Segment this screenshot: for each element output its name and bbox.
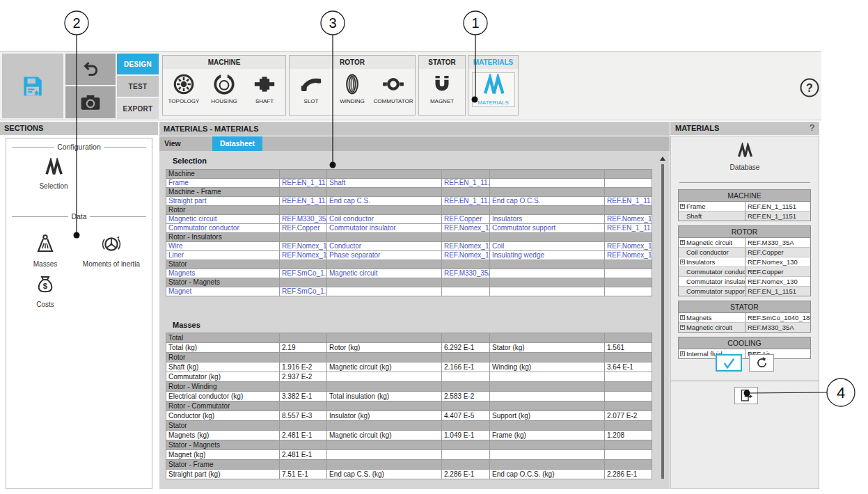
cell[interactable]: Commutator insulator xyxy=(327,224,442,233)
cell[interactable]: REF.Nomex_1... xyxy=(280,242,327,251)
cell[interactable]: REF.EN_1_11... xyxy=(280,179,327,188)
export-mode-button[interactable]: EXPORT xyxy=(117,98,159,119)
selection-table-row[interactable]: Rotor - Insulators xyxy=(166,233,652,242)
selection-table-row[interactable]: Magnets REF.SmCo_1... Magnetic circuit R… xyxy=(166,269,652,278)
cell[interactable] xyxy=(442,278,490,287)
cell[interactable] xyxy=(605,188,652,197)
test-mode-button[interactable]: TEST xyxy=(117,76,159,97)
cell[interactable]: Phase separator xyxy=(327,251,442,260)
cell[interactable] xyxy=(605,287,652,296)
cell[interactable] xyxy=(442,206,490,215)
scroll-up-arrow-icon[interactable] xyxy=(660,157,665,161)
cell[interactable]: REF.EN_1_11... xyxy=(442,179,490,188)
cell[interactable] xyxy=(327,278,442,287)
cell[interactable]: Rotor - Insulators xyxy=(166,233,280,242)
cell[interactable]: End cap C.S. xyxy=(327,197,442,206)
cell[interactable]: REF.Nomex_1... xyxy=(442,242,490,251)
cell[interactable]: REF.SmCo_1... xyxy=(280,269,327,278)
materials-button[interactable]: MATERIALS xyxy=(472,72,515,107)
cell[interactable] xyxy=(605,260,652,269)
selection-table-row[interactable]: Straight part REF.EN_1_11... End cap C.S… xyxy=(166,197,652,206)
selection-table-row[interactable]: Magnetic circuit REF.M330_35A Coil condu… xyxy=(166,215,652,224)
selection-table-row[interactable]: Stator - Magnets xyxy=(166,278,652,287)
material-row[interactable]: Coil conductor REF.Copper xyxy=(679,248,810,257)
cell[interactable]: REF.Copper xyxy=(442,215,490,224)
cell[interactable] xyxy=(605,206,652,215)
tab-view[interactable]: View xyxy=(159,136,210,151)
cell[interactable]: Commutator conductor xyxy=(166,224,280,233)
apply-button[interactable] xyxy=(716,354,742,372)
cell[interactable]: REF.Nomex_1... xyxy=(442,224,490,233)
cell[interactable] xyxy=(490,278,605,287)
screenshot-button[interactable] xyxy=(65,86,116,118)
cell[interactable] xyxy=(605,233,652,242)
selection-table-row[interactable]: Commutator conductor REF.Copper Commutat… xyxy=(166,224,652,233)
sidebar-item-costs[interactable]: $ Costs xyxy=(17,272,73,308)
cell[interactable] xyxy=(442,260,490,269)
cell[interactable] xyxy=(327,206,442,215)
material-row[interactable]: Insulators REF.Nomex_130 xyxy=(679,257,810,267)
housing-button[interactable]: HOUSING xyxy=(205,72,244,104)
scrollbar[interactable] xyxy=(661,164,664,479)
cell[interactable] xyxy=(605,269,652,278)
cell[interactable] xyxy=(280,188,327,197)
cell[interactable]: Wire xyxy=(166,242,280,251)
cell[interactable]: REF.SmCo_1... xyxy=(280,287,327,296)
selection-table-row[interactable]: Frame REF.EN_1_11... Shaft REF.EN_1_11..… xyxy=(166,179,652,188)
tab-datasheet[interactable]: Datasheet xyxy=(212,136,262,151)
cell[interactable] xyxy=(442,170,490,179)
slot-button[interactable]: SLOT xyxy=(292,72,331,104)
magnet-button[interactable]: MAGNET xyxy=(423,72,461,104)
material-row[interactable]: Commutator support REF.EN_1_1151 xyxy=(679,287,810,296)
cell[interactable] xyxy=(605,179,652,188)
database-button[interactable]: Database xyxy=(710,143,780,171)
cell[interactable]: Shaft xyxy=(327,179,442,188)
selection-table-row[interactable]: Rotor xyxy=(166,206,652,215)
cell[interactable] xyxy=(327,233,442,242)
commutator-button[interactable]: COMMUTATOR xyxy=(374,72,413,104)
selection-table-row[interactable]: Liner REF.Nomex_1... Phase separator REF… xyxy=(166,251,652,260)
cell[interactable]: REF.Nomex_1... xyxy=(605,242,652,251)
cell[interactable]: REF.Nomex_1... xyxy=(605,215,652,224)
design-mode-button[interactable]: DESIGN xyxy=(117,54,159,74)
reset-button[interactable] xyxy=(749,354,774,372)
selection-table-row[interactable]: Machine - Frame xyxy=(166,188,652,197)
cell[interactable]: Magnets xyxy=(166,269,280,278)
cell[interactable] xyxy=(280,278,327,287)
cell[interactable] xyxy=(490,287,605,296)
cell[interactable]: REF.Copper xyxy=(280,224,327,233)
cell[interactable]: Magnetic circuit xyxy=(327,269,442,278)
sidebar-item-masses[interactable]: Masses xyxy=(17,233,73,268)
cell[interactable]: REF.M330_35A xyxy=(442,269,490,278)
selection-table-row[interactable]: Machine xyxy=(166,170,652,179)
cell[interactable] xyxy=(280,260,327,269)
sidebar-item-inertia[interactable]: Moments of inertia xyxy=(74,233,148,268)
cell[interactable] xyxy=(490,269,605,278)
cell[interactable] xyxy=(490,179,605,188)
right-help-icon[interactable]: ? xyxy=(810,122,814,135)
cell[interactable]: REF.EN_1_11... xyxy=(605,197,652,206)
cell[interactable]: REF.EN_1_11... xyxy=(442,197,490,206)
save-button[interactable] xyxy=(2,54,63,118)
cell[interactable] xyxy=(442,287,490,296)
cell[interactable]: Stator xyxy=(166,260,280,269)
material-row[interactable]: Magnetic circuit REF.M330_35A xyxy=(679,323,810,332)
cell[interactable]: REF.Nomex_1... xyxy=(605,251,652,260)
material-row[interactable]: Commutator conductor REF.Copper xyxy=(679,267,810,277)
cell[interactable] xyxy=(490,188,605,197)
cell[interactable]: Conductor xyxy=(327,242,442,251)
selection-table-row[interactable]: Wire REF.Nomex_1... Conductor REF.Nomex_… xyxy=(166,242,652,251)
cell[interactable] xyxy=(327,260,442,269)
cell[interactable]: Frame xyxy=(166,179,280,188)
cell[interactable]: Coil conductor xyxy=(327,215,442,224)
cell[interactable]: Magnetic circuit xyxy=(166,215,280,224)
material-row[interactable]: Commutator insulator REF.Nomex_130 xyxy=(679,277,810,287)
help-button[interactable]: ? xyxy=(799,77,820,98)
cell[interactable]: End cap O.C.S. xyxy=(490,197,605,206)
cell[interactable] xyxy=(442,233,490,242)
cell[interactable]: Magnet xyxy=(166,287,280,296)
cell[interactable] xyxy=(327,170,442,179)
cell[interactable]: Machine - Frame xyxy=(166,188,280,197)
cell[interactable] xyxy=(490,260,605,269)
cell[interactable]: Stator - Magnets xyxy=(166,278,280,287)
